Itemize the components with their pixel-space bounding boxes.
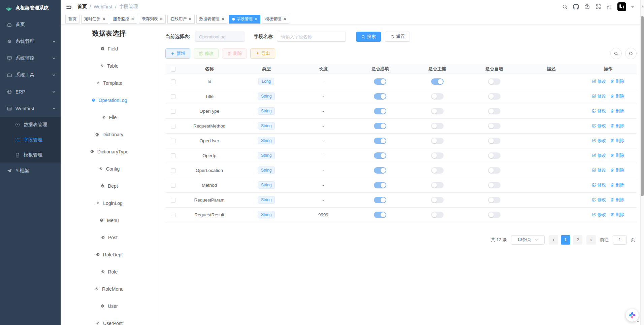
close-icon[interactable] xyxy=(283,17,286,21)
primary-key-toggle[interactable] xyxy=(431,182,444,188)
close-icon[interactable] xyxy=(255,17,257,21)
delete-row-button[interactable]: 删除 xyxy=(610,123,624,129)
delete-row-button[interactable]: 删除 xyxy=(610,182,624,188)
required-toggle[interactable] xyxy=(374,167,386,174)
edit-row-button[interactable]: 修改 xyxy=(592,108,606,114)
search-button[interactable]: 搜索 xyxy=(356,32,381,42)
auto-increment-toggle[interactable] xyxy=(488,138,501,144)
avatar[interactable] xyxy=(617,2,626,11)
required-toggle[interactable] xyxy=(374,93,386,100)
delete-row-button[interactable]: 删除 xyxy=(610,212,624,218)
row-checkbox[interactable] xyxy=(171,198,175,203)
auto-increment-toggle[interactable] xyxy=(488,93,501,100)
app-logo[interactable]: 意框架管理系统 xyxy=(0,0,61,16)
auto-increment-toggle[interactable] xyxy=(488,212,501,218)
edit-button[interactable]: 修改 xyxy=(194,48,219,59)
tree-item[interactable]: Field xyxy=(61,40,157,57)
goto-page-input[interactable] xyxy=(613,235,627,245)
tree-item[interactable]: Role xyxy=(61,263,157,280)
row-checkbox[interactable] xyxy=(171,139,175,143)
tab[interactable]: 服务监控 xyxy=(110,15,137,24)
delete-row-button[interactable]: 删除 xyxy=(610,93,624,99)
vertical-scrollbar[interactable] xyxy=(640,0,644,325)
avatar-caret-icon[interactable] xyxy=(631,6,634,9)
sidebar-item[interactable]: 数据表管理 xyxy=(0,117,61,132)
auto-increment-toggle[interactable] xyxy=(488,108,501,114)
github-icon[interactable] xyxy=(573,4,579,10)
tree-item[interactable]: Template xyxy=(61,74,157,92)
edit-row-button[interactable]: 修改 xyxy=(592,182,606,188)
tab[interactable]: 在线用户 xyxy=(167,15,194,24)
tree-item[interactable]: Dictionary xyxy=(61,126,157,143)
row-checkbox[interactable] xyxy=(171,124,175,129)
row-checkbox[interactable] xyxy=(171,109,175,114)
primary-key-toggle[interactable] xyxy=(431,212,444,218)
required-toggle[interactable] xyxy=(374,138,386,144)
required-toggle[interactable] xyxy=(374,212,386,218)
primary-key-toggle[interactable] xyxy=(431,108,444,114)
auto-increment-toggle[interactable] xyxy=(488,167,501,174)
required-toggle[interactable] xyxy=(374,78,386,85)
scroll-up-arrow-icon[interactable] xyxy=(641,4,644,7)
auto-increment-toggle[interactable] xyxy=(488,123,501,129)
required-toggle[interactable] xyxy=(374,123,386,129)
edit-row-button[interactable]: 修改 xyxy=(592,93,606,99)
fullscreen-icon[interactable] xyxy=(595,4,601,10)
primary-key-toggle[interactable] xyxy=(431,197,444,203)
required-toggle[interactable] xyxy=(374,108,386,114)
tree-item[interactable]: RoleMenu xyxy=(61,280,157,297)
sidebar-item[interactable]: ERP xyxy=(0,83,61,100)
required-toggle[interactable] xyxy=(374,197,386,203)
close-icon[interactable] xyxy=(160,17,163,21)
required-toggle[interactable] xyxy=(374,182,386,188)
tree-item[interactable]: Dept xyxy=(61,177,157,194)
edit-row-button[interactable]: 修改 xyxy=(592,138,606,144)
tree-item[interactable]: DictionaryType xyxy=(61,143,157,160)
edit-row-button[interactable]: 修改 xyxy=(592,167,606,173)
close-icon[interactable] xyxy=(189,17,191,21)
tab[interactable]: 定时任务 xyxy=(81,15,108,24)
row-checkbox[interactable] xyxy=(171,183,175,188)
sidebar-item[interactable]: WebFirst xyxy=(0,100,61,117)
edit-row-button[interactable]: 修改 xyxy=(592,152,606,158)
select-all-checkbox[interactable] xyxy=(171,67,175,72)
scrollbar-thumb[interactable] xyxy=(641,16,644,196)
row-checkbox[interactable] xyxy=(171,213,175,217)
delete-row-button[interactable]: 删除 xyxy=(610,78,624,84)
assistant-float-button[interactable] xyxy=(626,309,639,322)
tree-item[interactable]: LoginLog xyxy=(61,194,157,212)
current-table-input[interactable] xyxy=(195,32,245,42)
page-size-select[interactable]: 10条/页 xyxy=(511,235,545,245)
delete-row-button[interactable]: 删除 xyxy=(610,108,624,114)
search-icon[interactable] xyxy=(562,4,568,10)
close-icon[interactable] xyxy=(102,17,105,21)
tab[interactable]: 首页 xyxy=(65,15,79,24)
page-number-button[interactable]: 2 xyxy=(573,235,582,245)
assistant-collapse-caret-icon[interactable] xyxy=(637,321,639,324)
sidebar-item[interactable]: 首页 xyxy=(0,16,61,33)
delete-row-button[interactable]: 删除 xyxy=(610,138,624,144)
tree-item[interactable]: User xyxy=(61,297,157,315)
delete-row-button[interactable]: 删除 xyxy=(610,167,624,173)
table-search-toggle-button[interactable] xyxy=(610,48,622,59)
tree-item[interactable]: Table xyxy=(61,57,157,74)
tab[interactable]: 字段管理 xyxy=(229,15,260,24)
tree-item[interactable]: Config xyxy=(61,160,157,177)
prev-page-button[interactable] xyxy=(549,235,558,245)
sidebar-item[interactable]: 系统监控 xyxy=(0,50,61,67)
primary-key-toggle[interactable] xyxy=(431,93,444,100)
primary-key-toggle[interactable] xyxy=(431,138,444,144)
tab[interactable]: 缓存列表 xyxy=(139,15,166,24)
required-toggle[interactable] xyxy=(374,152,386,159)
primary-key-toggle[interactable] xyxy=(431,152,444,159)
help-icon[interactable] xyxy=(584,4,590,10)
edit-row-button[interactable]: 修改 xyxy=(592,197,606,203)
delete-row-button[interactable]: 删除 xyxy=(610,197,624,203)
next-page-button[interactable] xyxy=(586,235,596,245)
sidebar-item[interactable]: Yi框架 xyxy=(0,162,61,179)
hamburger-icon[interactable] xyxy=(65,3,72,10)
auto-increment-toggle[interactable] xyxy=(488,152,501,159)
font-size-icon[interactable] xyxy=(606,4,612,10)
edit-row-button[interactable]: 修改 xyxy=(592,78,606,84)
tab[interactable]: 数据表管理 xyxy=(196,15,227,24)
